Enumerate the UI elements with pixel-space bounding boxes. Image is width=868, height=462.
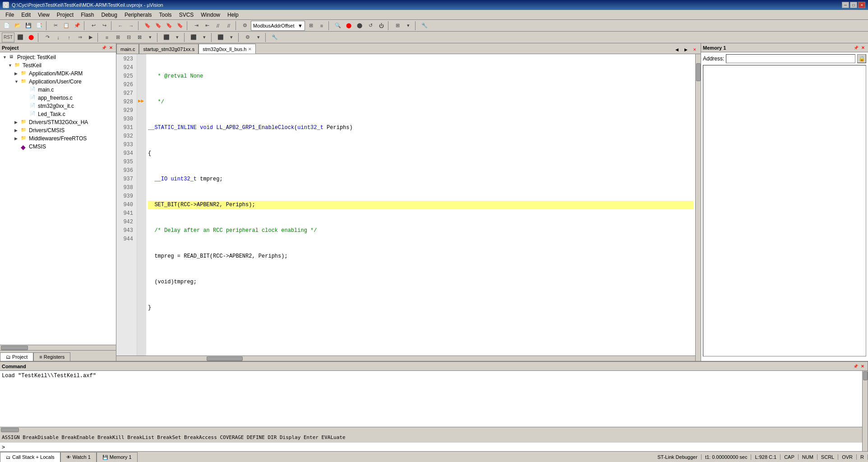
save-btn[interactable]: 💾 xyxy=(23,21,33,31)
paste-btn[interactable]: 📌 xyxy=(72,21,82,31)
reset-btn[interactable]: ↺ xyxy=(365,21,375,31)
memory-close-btn[interactable]: ✕ xyxy=(860,45,866,51)
reg-btn[interactable]: ▾ xyxy=(145,32,155,42)
tab-scroll-left[interactable]: ◀ xyxy=(673,46,681,54)
tree-item-drv-stm32[interactable]: ▶ 📁 Drivers/STM32G0xx_HA xyxy=(1,118,115,126)
redo-btn[interactable]: ↪ xyxy=(99,21,109,31)
menu-peripherals[interactable]: Peripherals xyxy=(121,11,156,19)
tab-mainc[interactable]: main.c xyxy=(116,44,139,54)
panel-close-btn[interactable]: ✕ xyxy=(108,45,114,51)
editor-vscroll[interactable] xyxy=(695,54,701,361)
menu-project[interactable]: Project xyxy=(53,11,77,19)
tab-scroll-right[interactable]: ▶ xyxy=(682,46,690,54)
indent-btn[interactable]: ⇥ xyxy=(191,21,201,31)
command-hscroll[interactable] xyxy=(0,427,862,432)
disasm-btn[interactable]: ⊞ xyxy=(113,32,123,42)
menu-svcs[interactable]: SVCS xyxy=(175,11,198,19)
bookmark1-btn[interactable]: 🔖 xyxy=(143,21,152,31)
tree-item-stm32it[interactable]: 📄 stm32g0xx_it.c xyxy=(1,102,115,110)
bottom-tab-memory[interactable]: 💾 Memory 1 xyxy=(97,452,138,462)
dropdown-extra1[interactable]: ⊞ xyxy=(306,21,316,31)
trace-btn[interactable]: ⬛ xyxy=(189,32,199,42)
comment-btn[interactable]: // xyxy=(213,21,223,31)
command-close-btn[interactable]: ✕ xyxy=(859,363,866,370)
addr-offset-dropdown[interactable]: ModbusAddrOffset ▼ xyxy=(251,21,305,31)
tab-stm32bus[interactable]: stm32g0xx_ll_bus.h ✕ xyxy=(199,44,256,54)
sym-btn[interactable]: ⊟ xyxy=(124,32,134,42)
power-btn[interactable]: ⏻ xyxy=(376,21,386,31)
search-btn[interactable]: 🔍 xyxy=(333,21,343,31)
code-content[interactable]: * @retval None */ __STATIC_INLINE void L… xyxy=(146,54,695,356)
memory-address-input[interactable] xyxy=(726,54,855,63)
tree-item-freertos[interactable]: 📄 app_freertos.c xyxy=(1,94,115,102)
undo-btn[interactable]: ↩ xyxy=(88,21,98,31)
cmd-wnd-btn[interactable]: ≡ xyxy=(102,32,112,42)
command-content[interactable]: Load "TestKeil\\TestKeil.axf" xyxy=(0,371,862,427)
tree-item-mdk-arm[interactable]: ▶ 📁 Application/MDK-ARM xyxy=(1,69,115,78)
step-out-btn[interactable]: ↑ xyxy=(64,32,74,42)
project-hscroll-thumb[interactable] xyxy=(1,346,28,350)
menu-view[interactable]: View xyxy=(34,11,53,19)
cut-btn[interactable]: ✂ xyxy=(51,21,60,31)
view-toggle2-btn[interactable]: ▾ xyxy=(403,21,413,31)
code-editor[interactable]: 923 924 925 926 927 928 929 930 931 932 … xyxy=(116,54,695,356)
panel-pin-btn[interactable]: 📌 xyxy=(101,45,107,51)
memory-lock-btn[interactable]: 🔒 xyxy=(857,54,866,63)
tree-item-testkeil[interactable]: ▼ 📁 TestKeil xyxy=(1,61,115,69)
bottom-tab-watch[interactable]: 👁 Watch 1 xyxy=(60,452,97,462)
dropdown-extra2[interactable]: ≡ xyxy=(317,21,327,31)
command-vscroll[interactable] xyxy=(862,371,868,451)
tab-close-all[interactable]: ✕ xyxy=(691,46,699,54)
run-to-btn[interactable]: ⇒ xyxy=(75,32,85,42)
tree-item-user-core[interactable]: ▼ 📁 Application/User/Core xyxy=(1,78,115,86)
close-button[interactable]: ✕ xyxy=(858,2,865,8)
open-btn[interactable]: 📂 xyxy=(13,21,23,31)
extra-btn[interactable]: 🔧 xyxy=(270,32,280,42)
perf2-btn[interactable]: ▾ xyxy=(226,32,236,42)
bottom-tab-callstack[interactable]: 🗂 Call Stack + Locals xyxy=(0,452,60,462)
rst-btn[interactable]: RST xyxy=(2,32,14,42)
show-next-btn[interactable]: ▶ xyxy=(86,32,96,42)
step-in-btn[interactable]: ↓ xyxy=(53,32,63,42)
tab-startup[interactable]: startup_stm32g071xx.s xyxy=(139,44,199,54)
nav-back-btn[interactable]: ← xyxy=(115,21,125,31)
tools-btn[interactable]: 🔧 xyxy=(420,21,429,31)
tree-item-cmsis[interactable]: ◆ CMSIS xyxy=(1,143,115,151)
tab-registers[interactable]: ≡ Registers xyxy=(33,352,70,361)
tree-root[interactable]: ▼ 🖥 Project: TestKeil xyxy=(1,53,115,61)
minimize-button[interactable]: ─ xyxy=(842,2,849,8)
tree-item-mw-freertos[interactable]: ▶ 📁 Middlewares/FreeRTOS xyxy=(1,134,115,143)
memory-pin-btn[interactable]: 📌 xyxy=(853,45,859,51)
outdent-btn[interactable]: ⇤ xyxy=(202,21,212,31)
menu-edit[interactable]: Edit xyxy=(18,11,34,19)
editor-hscroll[interactable] xyxy=(116,356,695,361)
menu-file[interactable]: File xyxy=(2,11,18,19)
tree-item-drv-cmsis[interactable]: ▶ 📁 Drivers/CMSIS xyxy=(1,126,115,134)
bookmark2-btn[interactable]: 🔖 xyxy=(153,21,163,31)
trace2-btn[interactable]: ▾ xyxy=(199,32,209,42)
menu-debug[interactable]: Debug xyxy=(98,11,121,19)
mem-btn[interactable]: ⊠ xyxy=(134,32,144,42)
bookmark4-btn[interactable]: 🔖 xyxy=(175,21,185,31)
stop-btn[interactable]: ⬤ xyxy=(355,21,365,31)
run-btn[interactable]: ⬤ xyxy=(344,21,354,31)
bookmark3-btn[interactable]: 🔖 xyxy=(164,21,174,31)
tree-item-mainc[interactable]: 📄 main.c xyxy=(1,86,115,94)
command-hscroll-thumb[interactable] xyxy=(1,428,19,432)
save-all-btn[interactable]: 📑 xyxy=(34,21,44,31)
watch-btn[interactable]: ⬛ xyxy=(162,32,171,42)
editor-hscroll-thumb[interactable] xyxy=(207,356,243,361)
menu-tools[interactable]: Tools xyxy=(156,11,175,19)
view-toggle-btn[interactable]: ⊞ xyxy=(392,21,402,31)
menu-help[interactable]: Help xyxy=(224,11,242,19)
editor-vscroll-thumb[interactable] xyxy=(696,63,701,81)
tab-project[interactable]: 🗂 Project xyxy=(0,352,33,361)
tb2-run[interactable]: ⬛ xyxy=(15,32,25,42)
tree-item-ledtask[interactable]: 📄 Led_Task.c xyxy=(1,110,115,118)
command-pin-btn[interactable]: 📌 xyxy=(852,363,859,370)
command-vscroll-thumb[interactable] xyxy=(863,371,868,380)
conf2-btn[interactable]: ▾ xyxy=(254,32,263,42)
conf-btn[interactable]: ⚙ xyxy=(243,32,253,42)
menu-window[interactable]: Window xyxy=(197,11,224,19)
perf-btn[interactable]: ⬛ xyxy=(216,32,226,42)
